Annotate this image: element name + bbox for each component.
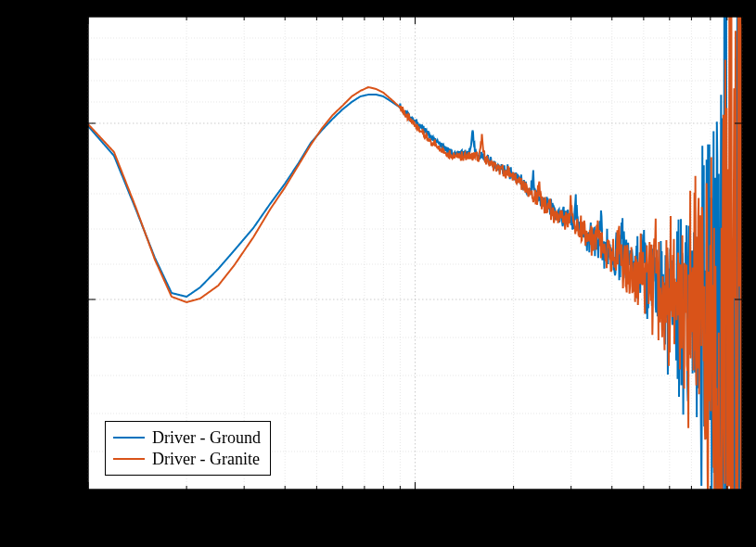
legend-item-granite: Driver - Granite <box>113 449 261 470</box>
legend-swatch <box>113 458 145 460</box>
legend-swatch <box>113 437 145 439</box>
legend-item-ground: Driver - Ground <box>113 427 261 449</box>
legend-label: Driver - Granite <box>152 449 260 470</box>
legend-label: Driver - Ground <box>152 427 261 449</box>
legend: Driver - Ground Driver - Granite <box>105 421 271 476</box>
